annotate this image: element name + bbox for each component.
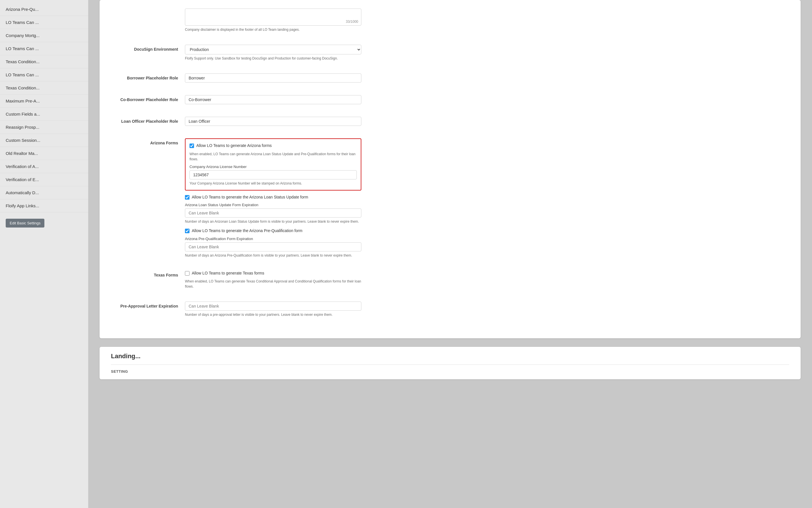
docusign-content: Production Sandbox Floify Support only. … <box>185 45 361 61</box>
sidebar-item-maximum-pre[interactable]: Maximum Pre-A... <box>0 94 88 108</box>
landing-setting-label: SETTING <box>111 369 789 374</box>
sidebar-item-texas-condition-1[interactable]: Texas Condition... <box>0 55 88 68</box>
allow-loan-status-row: Allow LO Teams to generate the Arizona L… <box>185 195 361 200</box>
allow-loan-status-section: Allow LO Teams to generate the Arizona L… <box>185 195 361 224</box>
allow-texas-checkbox[interactable] <box>185 271 189 276</box>
prequalification-expiration-input[interactable] <box>185 242 361 251</box>
sidebar-item-lo-teams-2[interactable]: LO Teams Can ... <box>0 42 88 55</box>
sidebar-item-floify-app[interactable]: Floify App Links... <box>0 199 88 212</box>
arizona-forms-row: Arizona Forms Allow LO Teams to generate… <box>111 138 789 264</box>
prequalification-expiration-label: Arizona Pre-Qualification Form Expiratio… <box>185 237 361 241</box>
disclaimer-content: 33/1000 Company disclaimer is displayed … <box>185 8 361 32</box>
disclaimer-helper: Company disclaimer is displayed in the f… <box>185 27 361 32</box>
disclaimer-label <box>111 8 185 11</box>
allow-texas-label: Allow LO Teams to generate Texas forms <box>192 270 264 276</box>
license-number-input[interactable] <box>189 170 357 179</box>
landing-divider <box>111 365 789 365</box>
docusign-row: DocuSign Environment Production Sandbox … <box>111 45 789 67</box>
allow-texas-row: Allow LO Teams to generate Texas forms <box>185 270 361 276</box>
arizona-when-enabled-text: When enabled, LO Teams can generate Ariz… <box>189 152 357 162</box>
sidebar-item-verification-a[interactable]: Verification of A... <box>0 160 88 173</box>
pre-approval-content: Number of days a pre-approval letter is … <box>185 302 361 317</box>
sidebar-item-company-mortg[interactable]: Company Mortg... <box>0 29 88 42</box>
sidebar-item-lo-teams-1[interactable]: LO Teams Can ... <box>0 16 88 29</box>
pre-approval-row: Pre-Approval Letter Expiration Number of… <box>111 302 789 323</box>
allow-lo-teams-checkbox[interactable] <box>189 143 194 148</box>
sidebar-item-automatically[interactable]: Automatically D... <box>0 186 88 199</box>
arizona-forms-section: Allow LO Teams to generate Arizona forms… <box>185 138 361 190</box>
sidebar-item-texas-condition-2[interactable]: Texas Condition... <box>0 81 88 94</box>
loan-status-expiration-label: Arizona Loan Status Update Form Expirati… <box>185 203 361 207</box>
license-number-label: Company Arizona License Number <box>189 165 357 169</box>
disclaimer-textarea[interactable]: 33/1000 <box>185 8 361 26</box>
sidebar-item-verification-e[interactable]: Verification of E... <box>0 173 88 186</box>
arizona-forms-content: Allow LO Teams to generate Arizona forms… <box>185 138 361 258</box>
docusign-helper: Floify Support only. Use Sandbox for tes… <box>185 56 361 61</box>
sidebar-footer: Edit Basic Settings <box>0 215 88 231</box>
sidebar-item-lo-teams-3[interactable]: LO Teams Can ... <box>0 68 88 81</box>
allow-prequalification-checkbox[interactable] <box>185 229 189 233</box>
pre-approval-helper: Number of days a pre-approval letter is … <box>185 312 361 317</box>
texas-forms-content: Allow LO Teams to generate Texas forms W… <box>185 270 361 289</box>
borrower-content <box>185 74 361 83</box>
loan-officer-row: Loan Officer Placeholder Role <box>111 117 789 132</box>
loan-officer-label: Loan Officer Placeholder Role <box>111 117 185 124</box>
allow-loan-status-label: Allow LO Teams to generate the Arizona L… <box>192 195 308 200</box>
loan-status-helper: Number of days an Arizonan Loan Status U… <box>185 219 361 224</box>
allow-prequalification-label: Allow LO Teams to generate the Arizona P… <box>192 228 302 234</box>
loan-officer-content <box>185 117 361 126</box>
coborrower-label: Co-Borrower Placeholder Role <box>111 95 185 102</box>
sidebar: Arizona Pre-Qu... LO Teams Can ... Compa… <box>0 0 88 508</box>
allow-prequalification-row: Allow LO Teams to generate the Arizona P… <box>185 228 361 234</box>
sidebar-item-reassign-prosp[interactable]: Reassign Prosp... <box>0 121 88 134</box>
sidebar-item-custom-fields[interactable]: Custom Fields a... <box>0 108 88 121</box>
sidebar-item-arizona-pre-qu[interactable]: Arizona Pre-Qu... <box>0 3 88 16</box>
borrower-row: Borrower Placeholder Role <box>111 74 789 88</box>
allow-lo-teams-label: Allow LO Teams to generate Arizona forms <box>196 143 272 149</box>
pre-approval-label: Pre-Approval Letter Expiration <box>111 302 185 308</box>
edit-basic-settings-button[interactable]: Edit Basic Settings <box>6 219 44 227</box>
allow-prequalification-section: Allow LO Teams to generate the Arizona P… <box>185 228 361 258</box>
sidebar-item-old-realtor[interactable]: Old Realtor Ma... <box>0 147 88 160</box>
loan-officer-input[interactable] <box>185 117 361 126</box>
main-content: 33/1000 Company disclaimer is displayed … <box>88 0 812 508</box>
settings-panel: 33/1000 Company disclaimer is displayed … <box>100 0 801 338</box>
license-number-helper: Your Company Arizona License Number will… <box>189 181 357 186</box>
prequalification-helper: Number of days an Arizona Pre-Qualificat… <box>185 253 361 258</box>
coborrower-input[interactable] <box>185 95 361 104</box>
pre-approval-input[interactable] <box>185 302 361 311</box>
allow-loan-status-checkbox[interactable] <box>185 195 189 200</box>
borrower-input[interactable] <box>185 74 361 83</box>
loan-status-expiration-input[interactable] <box>185 208 361 218</box>
coborrower-content <box>185 95 361 104</box>
texas-forms-row: Texas Forms Allow LO Teams to generate T… <box>111 270 789 295</box>
landing-title: Landing... <box>111 352 789 360</box>
arizona-forms-label: Arizona Forms <box>111 138 185 145</box>
texas-when-enabled-text: When enabled, LO Teams can generate Texa… <box>185 279 361 289</box>
texas-forms-label: Texas Forms <box>111 270 185 277</box>
landing-section: Landing... SETTING <box>100 347 801 379</box>
char-count-display: 33/1000 <box>346 19 358 24</box>
coborrower-row: Co-Borrower Placeholder Role <box>111 95 789 110</box>
disclaimer-row: 33/1000 Company disclaimer is displayed … <box>111 8 789 38</box>
allow-lo-teams-row: Allow LO Teams to generate Arizona forms <box>189 143 357 149</box>
docusign-label: DocuSign Environment <box>111 45 185 51</box>
borrower-label: Borrower Placeholder Role <box>111 74 185 80</box>
docusign-select[interactable]: Production Sandbox <box>185 45 361 54</box>
sidebar-item-custom-session[interactable]: Custom Session... <box>0 134 88 147</box>
